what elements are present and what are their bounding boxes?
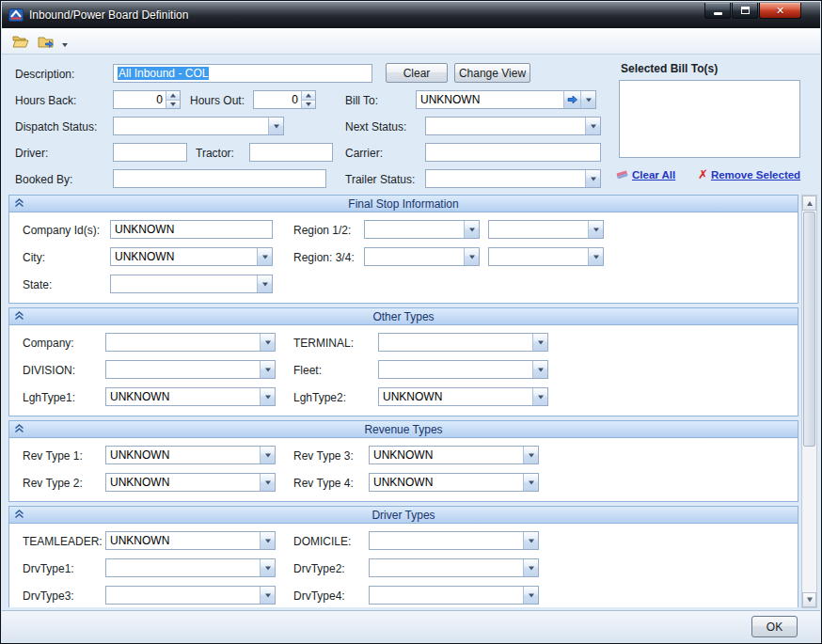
- dropdown-arrow-icon[interactable]: [260, 587, 275, 604]
- driver-input[interactable]: [113, 143, 187, 162]
- drvtype2-value: [370, 559, 523, 576]
- remove-selected-link[interactable]: ✗ Remove Selected: [698, 168, 800, 181]
- new-board-button[interactable]: [35, 30, 57, 53]
- spin-up-icon[interactable]: [302, 91, 315, 100]
- region-12-label: Region 1/2:: [293, 224, 351, 237]
- hours-back-spinner[interactable]: 0: [113, 90, 181, 109]
- lghtype2-value: UNKNOWN: [379, 388, 532, 405]
- spin-down-icon[interactable]: [302, 100, 315, 109]
- change-view-button[interactable]: Change View: [454, 63, 530, 83]
- scroll-up-button[interactable]: [802, 196, 816, 211]
- dropdown-arrow-icon[interactable]: [260, 447, 275, 463]
- dropdown-arrow-icon[interactable]: [532, 334, 547, 351]
- dropdown-arrow-icon[interactable]: [523, 559, 538, 576]
- footer-bar: OK: [2, 610, 820, 642]
- rev-type3-dropdown[interactable]: UNKNOWN: [369, 446, 539, 464]
- carrier-input[interactable]: [425, 143, 601, 162]
- title-bar[interactable]: Inbound/Power Board Definition ✕: [2, 2, 820, 28]
- dropdown-arrow-icon[interactable]: [532, 388, 547, 405]
- city-dropdown[interactable]: UNKNOWN: [110, 247, 273, 266]
- bill-to-combo[interactable]: UNKNOWN: [416, 90, 596, 109]
- maximize-button[interactable]: [732, 3, 758, 19]
- dropdown-arrow-icon[interactable]: [523, 532, 538, 549]
- hours-out-spinner[interactable]: 0: [253, 90, 316, 109]
- dropdown-arrow-icon[interactable]: [260, 361, 275, 378]
- region4-dropdown[interactable]: [488, 247, 604, 266]
- dropdown-arrow-icon[interactable]: [532, 361, 547, 378]
- region1-dropdown[interactable]: [364, 220, 480, 239]
- section-header: Final Stop Information: [9, 196, 798, 212]
- teamleader-dropdown[interactable]: UNKNOWN: [105, 531, 276, 550]
- region3-dropdown[interactable]: [364, 247, 480, 266]
- rev-type4-value: UNKNOWN: [370, 474, 523, 491]
- domicile-dropdown[interactable]: [369, 531, 539, 550]
- section-body: Company Id(s): UNKNOWN Region 1/2: City:…: [9, 212, 798, 303]
- dropdown-arrow-icon[interactable]: [588, 221, 603, 238]
- dropdown-arrow-icon[interactable]: [260, 532, 275, 549]
- blue-right-arrow-icon[interactable]: [563, 91, 580, 108]
- dropdown-arrow-icon[interactable]: [588, 248, 603, 265]
- company-ids-input[interactable]: UNKNOWN: [110, 220, 273, 239]
- drvtype4-dropdown[interactable]: [369, 586, 539, 605]
- double-chevron-up-icon[interactable]: [14, 424, 24, 433]
- dropdown-arrow-icon[interactable]: [268, 118, 283, 134]
- dropdown-arrow-icon[interactable]: [260, 474, 275, 491]
- dropdown-arrow-icon[interactable]: [580, 91, 595, 108]
- company-dropdown[interactable]: [105, 333, 276, 352]
- next-status-dropdown[interactable]: [425, 117, 601, 135]
- dropdown-arrow-icon[interactable]: [260, 388, 275, 405]
- fleet-dropdown[interactable]: [378, 360, 548, 379]
- form-row: Rev Type 2: UNKNOWN Rev Type 4: UNKNOWN: [9, 472, 798, 499]
- state-dropdown[interactable]: [110, 275, 273, 293]
- ok-button[interactable]: OK: [751, 616, 798, 637]
- terminal-dropdown[interactable]: [378, 333, 548, 352]
- minimize-button[interactable]: [704, 3, 731, 19]
- lghtype1-label: LghType1:: [23, 391, 75, 404]
- double-chevron-up-icon[interactable]: [14, 311, 24, 321]
- spin-down-icon[interactable]: [166, 100, 180, 109]
- dropdown-arrow-icon[interactable]: [585, 170, 600, 187]
- vertical-scrollbar[interactable]: [801, 195, 817, 608]
- selected-bill-to-listbox[interactable]: [619, 80, 800, 158]
- booked-by-input[interactable]: [113, 169, 326, 188]
- dropdown-arrow-icon[interactable]: [257, 248, 272, 265]
- dispatch-status-dropdown[interactable]: [113, 117, 284, 135]
- clear-button[interactable]: Clear: [386, 63, 448, 83]
- tractor-label: Tractor:: [196, 147, 234, 160]
- dropdown-arrow-icon[interactable]: [523, 447, 538, 463]
- double-chevron-up-icon[interactable]: [14, 510, 24, 519]
- double-chevron-up-icon[interactable]: [14, 198, 24, 208]
- dropdown-arrow-icon[interactable]: [523, 587, 538, 604]
- dropdown-arrow-icon[interactable]: [523, 474, 538, 491]
- clear-all-link[interactable]: Clear All: [615, 168, 675, 181]
- description-input[interactable]: All Inbound - COL: [113, 64, 372, 83]
- dropdown-arrow-icon[interactable]: [260, 559, 275, 576]
- scroll-thumb[interactable]: [803, 212, 815, 447]
- close-button[interactable]: ✕: [759, 3, 801, 19]
- scroll-down-button[interactable]: [802, 592, 816, 607]
- region2-dropdown[interactable]: [488, 220, 604, 239]
- lghtype1-dropdown[interactable]: UNKNOWN: [105, 387, 276, 406]
- tractor-input[interactable]: [249, 143, 333, 162]
- dropdown-arrow-icon[interactable]: [464, 248, 479, 265]
- drvtype2-dropdown[interactable]: [369, 558, 539, 577]
- toolbar: [2, 28, 820, 55]
- division-dropdown[interactable]: [105, 360, 276, 379]
- dropdown-arrow-icon[interactable]: [585, 118, 600, 134]
- company-ids-label: Company Id(s):: [23, 224, 100, 237]
- open-board-button[interactable]: [9, 30, 32, 53]
- rev-type1-dropdown[interactable]: UNKNOWN: [105, 446, 276, 464]
- trailer-status-dropdown[interactable]: [425, 169, 601, 188]
- toolbar-dropdown-icon[interactable]: [62, 43, 68, 47]
- rev-type2-dropdown[interactable]: UNKNOWN: [105, 473, 276, 492]
- spin-up-icon[interactable]: [166, 91, 180, 100]
- dropdown-arrow-icon[interactable]: [260, 334, 275, 351]
- rev-type4-dropdown[interactable]: UNKNOWN: [369, 473, 539, 492]
- dispatch-status-value: [114, 118, 268, 134]
- lghtype2-dropdown[interactable]: UNKNOWN: [378, 387, 548, 406]
- dropdown-arrow-icon[interactable]: [464, 221, 479, 238]
- window-controls: ✕: [704, 3, 801, 19]
- drvtype3-dropdown[interactable]: [105, 586, 276, 605]
- drvtype1-dropdown[interactable]: [105, 558, 276, 577]
- dropdown-arrow-icon[interactable]: [257, 275, 272, 292]
